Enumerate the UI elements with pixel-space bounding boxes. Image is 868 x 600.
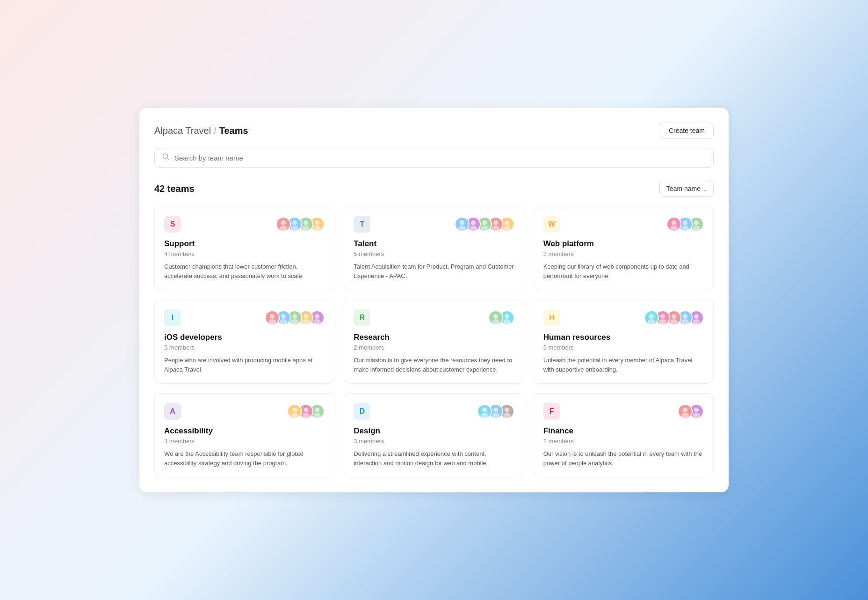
svg-point-28 (281, 314, 286, 319)
svg-point-11 (458, 226, 466, 231)
svg-point-47 (681, 319, 689, 324)
team-members: 5 members (354, 250, 514, 257)
svg-point-21 (670, 226, 678, 231)
svg-point-19 (503, 226, 511, 231)
team-name: Research (354, 333, 514, 342)
card-top: F (543, 403, 704, 420)
team-members: 2 members (354, 344, 514, 351)
svg-point-53 (302, 413, 310, 418)
avatar (477, 404, 492, 419)
team-card-ios-developers[interactable]: I (154, 300, 334, 384)
team-description: We are the Accessibility team responsibl… (164, 449, 325, 468)
svg-point-18 (505, 220, 509, 225)
svg-point-54 (315, 408, 319, 412)
team-card-human-resources[interactable]: H (534, 300, 714, 384)
team-icon: H (543, 309, 560, 326)
svg-point-22 (683, 220, 687, 225)
svg-point-24 (694, 220, 699, 225)
svg-point-39 (503, 319, 511, 324)
team-icon: S (164, 216, 181, 233)
team-description: Our mission is to give everyone the reso… (354, 356, 514, 374)
svg-point-42 (660, 314, 665, 319)
sort-label: Team name (666, 185, 701, 192)
svg-point-16 (493, 220, 498, 225)
team-description: Keeping our library of web components up… (543, 262, 704, 280)
svg-point-35 (313, 319, 321, 324)
svg-point-26 (270, 314, 275, 319)
svg-point-5 (291, 226, 298, 231)
svg-point-17 (492, 226, 499, 231)
team-icon: I (164, 309, 181, 326)
svg-point-9 (313, 226, 321, 231)
svg-point-44 (672, 314, 676, 319)
svg-point-30 (292, 314, 297, 319)
team-icon: R (354, 309, 370, 326)
svg-point-29 (280, 319, 287, 324)
team-members: 5 members (164, 344, 325, 351)
svg-point-20 (672, 220, 676, 225)
avatars (477, 404, 514, 419)
svg-point-6 (304, 220, 308, 225)
team-card-design[interactable]: D Design 3 members Delive (344, 393, 524, 477)
team-name: Finance (543, 426, 704, 436)
team-description: People who are involved with producing m… (164, 356, 325, 374)
svg-point-41 (648, 319, 655, 324)
team-members: 2 members (543, 438, 704, 445)
team-description: Delivering a streamlined experience with… (354, 449, 514, 468)
svg-point-61 (503, 413, 511, 418)
svg-point-2 (281, 220, 286, 225)
svg-point-51 (291, 413, 298, 418)
svg-point-40 (649, 314, 654, 319)
svg-point-23 (681, 226, 689, 231)
avatars (276, 217, 325, 232)
svg-point-56 (482, 408, 487, 412)
svg-point-12 (471, 220, 476, 225)
team-icon: W (543, 216, 560, 233)
card-top: T (354, 216, 514, 233)
avatar (678, 404, 693, 419)
avatar (276, 217, 291, 232)
sort-icon: ↓ (703, 185, 707, 192)
search-input[interactable] (174, 154, 706, 162)
svg-point-32 (304, 314, 308, 319)
team-icon: A (164, 403, 181, 420)
svg-point-58 (493, 408, 498, 412)
team-card-web-platform[interactable]: W Web platform 3 members (534, 206, 714, 290)
team-card-talent[interactable]: T (344, 206, 524, 290)
search-icon (162, 153, 170, 162)
team-icon: F (543, 403, 560, 420)
avatar (488, 310, 503, 325)
team-card-research[interactable]: R Research 2 members Our mission is to g… (344, 300, 524, 384)
svg-point-43 (659, 319, 666, 324)
avatar (666, 217, 681, 232)
sort-button[interactable]: Team name ↓ (659, 181, 714, 197)
teams-toolbar: 42 teams Team name ↓ (154, 181, 714, 197)
card-top: R (354, 309, 514, 326)
team-members: 4 members (164, 250, 325, 257)
team-description: Talent Acquisition team for Product, Pro… (354, 262, 514, 280)
team-description: Unleash the potential in every member of… (543, 356, 704, 374)
svg-point-15 (481, 226, 488, 231)
svg-point-7 (302, 226, 310, 231)
svg-point-60 (505, 408, 509, 412)
svg-point-38 (505, 314, 509, 319)
svg-point-14 (482, 220, 487, 225)
svg-point-33 (302, 319, 310, 324)
svg-point-8 (315, 220, 319, 225)
search-bar (154, 148, 714, 168)
breadcrumb-sep: / (214, 125, 217, 136)
svg-point-10 (460, 220, 464, 225)
team-card-accessibility[interactable]: A Accessibility 3 members (154, 393, 334, 477)
create-team-button[interactable]: Create team (660, 123, 714, 139)
svg-point-4 (292, 220, 297, 225)
avatars (644, 310, 704, 325)
teams-grid: S (154, 206, 714, 477)
svg-point-25 (693, 226, 700, 231)
svg-point-50 (292, 408, 297, 412)
team-card-finance[interactable]: F Finance 2 members Our vision is to unl… (534, 393, 714, 477)
team-name: Design (354, 426, 514, 436)
team-card-support[interactable]: S (154, 206, 334, 290)
avatar (455, 217, 470, 232)
svg-point-46 (683, 314, 687, 319)
avatars (287, 404, 325, 419)
